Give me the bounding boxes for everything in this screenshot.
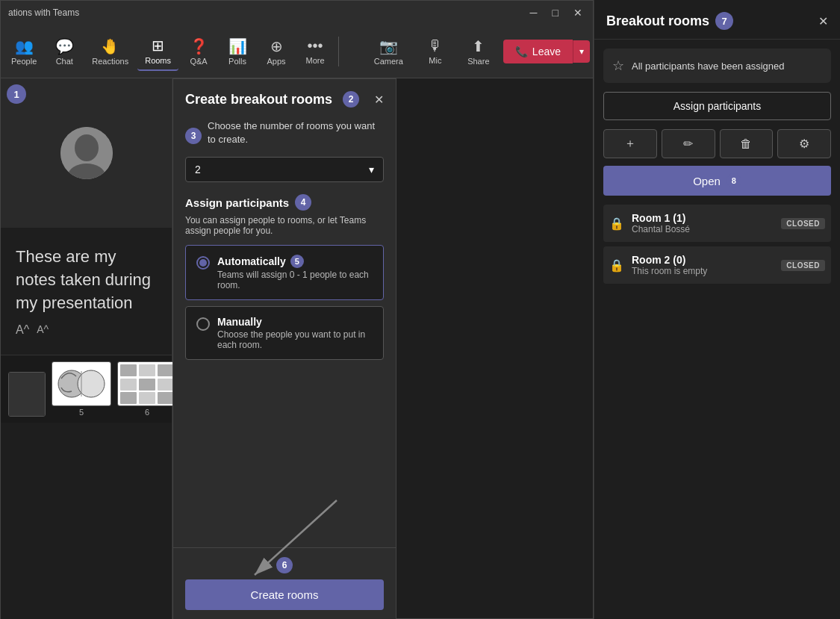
- svg-rect-10: [139, 379, 155, 391]
- modal-title: Create breakout rooms: [185, 92, 332, 108]
- option-auto-header: Automatically 5: [217, 255, 373, 268]
- room-1-sub: Chantal Bossé: [632, 224, 774, 234]
- settings-room-button[interactable]: ⚙: [777, 129, 831, 158]
- camera-button[interactable]: 📷 Camera: [367, 33, 411, 70]
- thumbnails-bar: 5: [1, 355, 172, 423]
- participant-video: 1: [1, 78, 172, 228]
- svg-rect-11: [158, 379, 174, 391]
- leave-dropdown-button[interactable]: ▾: [573, 40, 590, 63]
- radio-auto[interactable]: [196, 256, 210, 270]
- toolbar-polls[interactable]: 📊 Polls: [219, 33, 256, 70]
- star-icon: ☆: [612, 57, 624, 74]
- svg-rect-9: [120, 379, 137, 391]
- toolbar-divider: [338, 37, 339, 66]
- leave-button[interactable]: 📞 Leave: [503, 40, 573, 63]
- rooms-label: Choose the number of rooms you want to c…: [208, 119, 384, 146]
- chat-icon: 💬: [55, 37, 74, 55]
- number-select[interactable]: 2 ▾: [185, 157, 384, 182]
- mic-icon: 🎙: [428, 37, 443, 55]
- thumb-partial-item[interactable]: [8, 372, 46, 417]
- share-button[interactable]: ⬆ Share: [460, 33, 497, 70]
- maximize-button[interactable]: □: [550, 7, 561, 19]
- step-5-badge: 5: [290, 255, 304, 268]
- open-rooms-button[interactable]: Open 8: [603, 166, 831, 196]
- mic-button[interactable]: 🎙 Mic: [417, 33, 454, 69]
- more-icon: •••: [308, 37, 323, 55]
- thumb-5-group: 5: [52, 361, 111, 417]
- thumb-6-inner: [118, 362, 176, 405]
- panel-body: ☆ All participants have been assigned As…: [594, 40, 840, 619]
- room-toolbar: ＋ ✏ 🗑 ⚙: [603, 129, 831, 158]
- assign-participants-button[interactable]: Assign participants: [603, 92, 831, 120]
- close-button[interactable]: ✕: [570, 7, 585, 19]
- notes-area: These are my notes taken during my prese…: [1, 228, 172, 355]
- breakout-panel: Breakout rooms 7 ✕ ☆ All participants ha…: [594, 0, 840, 619]
- window-title: ations with Teams: [8, 7, 79, 18]
- option-manual-row: Manually Choose the people you want to p…: [196, 316, 373, 350]
- font-decrease[interactable]: A^: [37, 323, 49, 337]
- assigned-notice: ☆ All participants have been assigned: [603, 49, 831, 83]
- share-icon: ⬆: [472, 37, 485, 55]
- modal-body: 3 Choose the number of rooms you want to…: [173, 113, 396, 547]
- toolbar-reactions[interactable]: 🤚 Reactions: [84, 33, 136, 70]
- teams-window: ations with Teams ─ □ ✕ 👥 People 💬 Chat …: [0, 0, 594, 619]
- assign-title: Assign participants: [185, 196, 289, 209]
- qa-icon: ❓: [190, 37, 208, 55]
- rename-room-button[interactable]: ✏: [662, 129, 715, 158]
- option-manual-card[interactable]: Manually Choose the people you want to p…: [185, 306, 384, 360]
- radio-manual[interactable]: [196, 317, 210, 331]
- room-item-2[interactable]: 🔒 Room 2 (0) This room is empty CLOSED: [603, 246, 831, 284]
- step-6-badge: 6: [276, 557, 293, 573]
- svg-point-1: [75, 134, 99, 161]
- toolbar-qa[interactable]: ❓ Q&A: [180, 33, 217, 70]
- svg-rect-7: [139, 364, 155, 376]
- apps-icon: ⊕: [270, 37, 283, 55]
- step-1-badge: 1: [7, 84, 26, 104]
- option-manual-title: Manually: [217, 316, 373, 328]
- toolbar-left: 👥 People 💬 Chat 🤚 Reactions ⊞ Rooms ❓ Q&…: [4, 32, 334, 71]
- option-auto-title: Automatically: [217, 255, 286, 267]
- toolbar-apps[interactable]: ⊕ Apps: [258, 33, 295, 70]
- option-auto-desc: Teams will assign 0 - 1 people to each r…: [217, 270, 373, 290]
- toolbar-people[interactable]: 👥 People: [4, 33, 44, 70]
- panel-close-button[interactable]: ✕: [818, 14, 828, 28]
- room-item-1[interactable]: 🔒 Room 1 (1) Chantal Bossé CLOSED: [603, 205, 831, 242]
- room-1-info: Room 1 (1) Chantal Bossé: [632, 212, 774, 234]
- assign-desc: You can assign people to rooms, or let T…: [185, 215, 384, 236]
- participant-avatar: [60, 127, 113, 179]
- call-controls: 📷 Camera 🎙 Mic ⬆ Share 📞 Leave ▾: [367, 33, 590, 70]
- option-auto-card[interactable]: Automatically 5 Teams will assign 0 - 1 …: [185, 245, 384, 300]
- panel-step-badge: 7: [715, 12, 733, 30]
- reactions-icon: 🤚: [101, 37, 119, 55]
- thumb-5[interactable]: [52, 361, 111, 406]
- room-2-icon: 🔒: [609, 258, 624, 273]
- rooms-icon: ⊞: [152, 37, 164, 55]
- create-rooms-button[interactable]: Create rooms: [185, 579, 384, 610]
- minimize-button[interactable]: ─: [527, 7, 541, 19]
- assigned-text: All participants have been assigned: [632, 60, 785, 72]
- delete-room-button[interactable]: 🗑: [720, 129, 774, 158]
- toolbar: 👥 People 💬 Chat 🤚 Reactions ⊞ Rooms ❓ Q&…: [1, 25, 593, 78]
- leave-phone-icon: 📞: [515, 46, 528, 57]
- breakout-modal: Create breakout rooms 2 ✕ 3 Choose the n…: [172, 78, 396, 619]
- toolbar-chat[interactable]: 💬 Chat: [46, 33, 83, 70]
- camera-icon: 📷: [379, 37, 398, 55]
- polls-icon: 📊: [228, 37, 247, 55]
- step3-group: 3 Choose the number of rooms you want to…: [185, 119, 384, 152]
- font-increase[interactable]: A^: [16, 323, 29, 337]
- modal-close-button[interactable]: ✕: [374, 93, 384, 107]
- option-auto-text: Automatically 5 Teams will assign 0 - 1 …: [217, 255, 373, 290]
- panel-title-text: Breakout rooms: [606, 13, 709, 29]
- room-1-icon: 🔒: [609, 217, 624, 231]
- room-2-sub: This room is empty: [632, 266, 774, 276]
- step-3-badge: 3: [185, 128, 202, 144]
- toolbar-rooms[interactable]: ⊞ Rooms: [137, 32, 178, 71]
- panel-title-group: Breakout rooms 7: [606, 12, 733, 30]
- chevron-down-icon: ▾: [369, 164, 374, 175]
- thumb-6[interactable]: [117, 361, 177, 406]
- add-room-button[interactable]: ＋: [603, 129, 657, 158]
- room-2-info: Room 2 (0) This room is empty: [632, 254, 774, 276]
- thumb-5-inner: [52, 362, 111, 405]
- toolbar-more[interactable]: ••• More: [296, 33, 334, 69]
- svg-rect-12: [120, 392, 137, 404]
